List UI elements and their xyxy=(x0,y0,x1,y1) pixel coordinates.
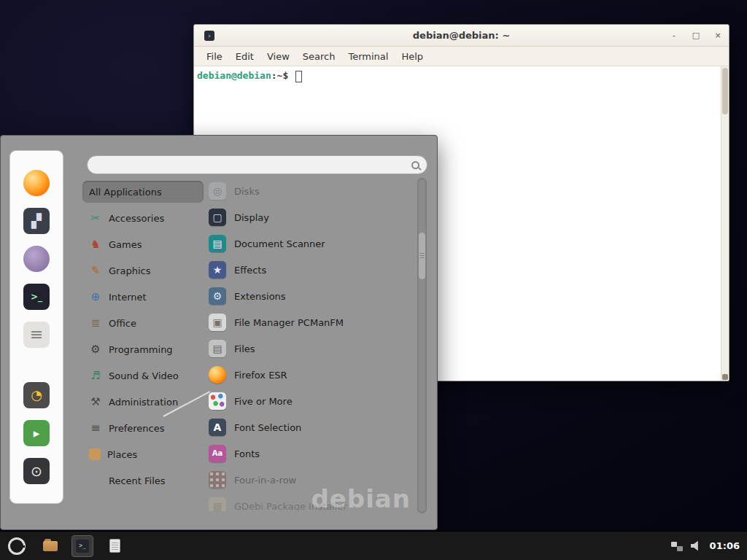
category-programming[interactable]: ⚙Programming xyxy=(82,338,204,360)
terminal-menu-help[interactable]: Help xyxy=(395,49,430,64)
category-label: Places xyxy=(107,449,137,460)
taskbar-buttons xyxy=(0,534,125,559)
app-item-effects[interactable]: ★Effects xyxy=(209,257,413,283)
internet-icon: ⊕ xyxy=(89,290,102,303)
app-item-label: Document Scanner xyxy=(234,238,325,249)
category-sound-video[interactable]: ♬Sound & Video xyxy=(82,365,204,386)
application-list-scrollbar[interactable] xyxy=(417,178,427,513)
clock[interactable]: 01:06 xyxy=(710,540,740,551)
sound-video-icon: ♬ xyxy=(89,369,102,382)
category-label: Games xyxy=(109,239,142,250)
screensaver-icon[interactable]: ◔ xyxy=(23,382,50,408)
app-item-firefox-esr[interactable]: Firefox ESR xyxy=(209,362,413,388)
file-manager-button[interactable] xyxy=(39,535,61,557)
close-button[interactable]: × xyxy=(713,31,723,41)
administration-icon: ⚒ xyxy=(89,395,102,408)
app-item-label: File Manager PCManFM xyxy=(234,317,344,328)
purple-app-icon[interactable] xyxy=(23,246,50,272)
pcmanfm-icon: ▣ xyxy=(209,314,226,331)
files-icon xyxy=(109,539,120,553)
desktop[interactable]: › debian@debian: ~ -□× FileEditViewSearc… xyxy=(0,0,747,560)
minimize-button[interactable]: - xyxy=(669,31,679,41)
app-item-display[interactable]: ▢Display xyxy=(209,204,413,230)
terminal-menu-search[interactable]: Search xyxy=(296,49,342,64)
category-administration[interactable]: ⚒Administration xyxy=(82,391,204,413)
application-list: ◎Disks▢Display▤Document Scanner★Effects⚙… xyxy=(209,178,413,511)
search-box[interactable] xyxy=(87,155,427,174)
category-recent-files[interactable]: Recent Files xyxy=(82,470,204,491)
window-controls: -□× xyxy=(669,31,723,41)
maximize-button[interactable]: □ xyxy=(691,31,701,41)
system-tray: 01:06 xyxy=(671,540,747,551)
four-in-a-row-icon xyxy=(209,471,226,489)
search-input[interactable] xyxy=(95,160,411,171)
terminal-title: debian@debian: ~ xyxy=(194,30,729,41)
category-label: Recent Files xyxy=(109,475,166,486)
category-office[interactable]: ≣Office xyxy=(82,312,204,334)
app-item-label: Files xyxy=(234,343,255,354)
files-icon: ▤ xyxy=(209,340,226,357)
terminal-menu-edit[interactable]: Edit xyxy=(229,49,260,64)
category-label: Sound & Video xyxy=(109,370,179,381)
volume-icon[interactable] xyxy=(691,541,702,551)
effects-icon: ★ xyxy=(209,261,226,279)
app-item-document-scanner[interactable]: ▤Document Scanner xyxy=(209,230,413,257)
terminal-titlebar[interactable]: › debian@debian: ~ -□× xyxy=(194,25,729,47)
category-graphics[interactable]: ✎Graphics xyxy=(82,260,204,281)
font-selection-icon: A xyxy=(209,419,226,436)
gdebi-icon: ▦ xyxy=(209,497,226,511)
network-icon[interactable] xyxy=(671,541,683,551)
terminal-scrollbar-thumb[interactable] xyxy=(722,68,728,114)
terminal-button[interactable] xyxy=(71,535,93,557)
category-all-applications[interactable]: All Applications xyxy=(82,181,204,203)
accessories-icon: ✂ xyxy=(89,211,102,225)
app-item-file-manager-pcmanfm[interactable]: ▣File Manager PCManFM xyxy=(209,309,413,335)
menu-icon xyxy=(8,537,26,555)
category-internet[interactable]: ⊕Internet xyxy=(82,286,204,308)
document-scanner-icon: ▤ xyxy=(209,235,226,252)
terminal-menu-file[interactable]: File xyxy=(200,49,229,64)
photo-tool-icon[interactable]: ▞ xyxy=(23,208,50,234)
terminal-menu-terminal[interactable]: Terminal xyxy=(341,49,395,64)
category-preferences[interactable]: ≡Preferences xyxy=(82,417,204,439)
blank-spacer xyxy=(89,474,102,487)
application-list-scrollbar-thumb[interactable] xyxy=(419,233,425,279)
files-button[interactable] xyxy=(104,535,125,557)
firefox-icon[interactable] xyxy=(23,170,50,196)
terminal-menubar: FileEditViewSearchTerminalHelp xyxy=(194,47,729,66)
terminal-menu-view[interactable]: View xyxy=(260,49,296,64)
power-icon[interactable]: ⊙ xyxy=(23,458,50,484)
app-item-font-selection[interactable]: AFont Selection xyxy=(209,414,413,440)
category-accessories[interactable]: ✂Accessories xyxy=(82,207,204,229)
file-manager-icon xyxy=(43,541,58,551)
terminal-icon[interactable]: >_ xyxy=(23,284,50,310)
extensions-icon: ⚙ xyxy=(209,287,226,305)
category-games[interactable]: ♞Games xyxy=(82,233,204,255)
category-label: Office xyxy=(109,318,136,329)
app-item-extensions[interactable]: ⚙Extensions xyxy=(209,283,413,309)
menu-button[interactable] xyxy=(4,534,29,559)
app-item-label: Font Selection xyxy=(234,422,301,433)
category-list: All Applications✂Accessories♞Games✎Graph… xyxy=(82,181,204,496)
debian-watermark: debian xyxy=(311,484,411,513)
taskbar: 01:06 xyxy=(0,531,747,560)
search-icon xyxy=(411,161,419,169)
app-item-five-or-more[interactable]: Five or More xyxy=(209,388,413,414)
app-item-label: Five or More xyxy=(234,396,293,407)
favorites-column: ▞>_≡◔▸⊙ xyxy=(9,150,63,504)
app-item-label: Four-in-a-row xyxy=(234,475,296,486)
office-icon: ≣ xyxy=(89,316,102,330)
app-item-label: Firefox ESR xyxy=(234,370,287,381)
category-label: Internet xyxy=(109,292,147,303)
logout-icon[interactable]: ▸ xyxy=(23,420,50,446)
category-places[interactable]: Places xyxy=(82,443,204,465)
category-label: All Applications xyxy=(89,187,162,198)
terminal-scrollbar[interactable] xyxy=(721,66,729,381)
app-item-files[interactable]: ▤Files xyxy=(209,335,413,362)
app-item-fonts[interactable]: AaFonts xyxy=(209,440,413,467)
text-editor-icon[interactable]: ≡ xyxy=(23,322,50,348)
app-item-label: Extensions xyxy=(234,291,286,302)
terminal-icon xyxy=(76,540,89,553)
terminal-scrollbar-end xyxy=(722,374,728,380)
app-item-disks[interactable]: ◎Disks xyxy=(209,178,413,204)
